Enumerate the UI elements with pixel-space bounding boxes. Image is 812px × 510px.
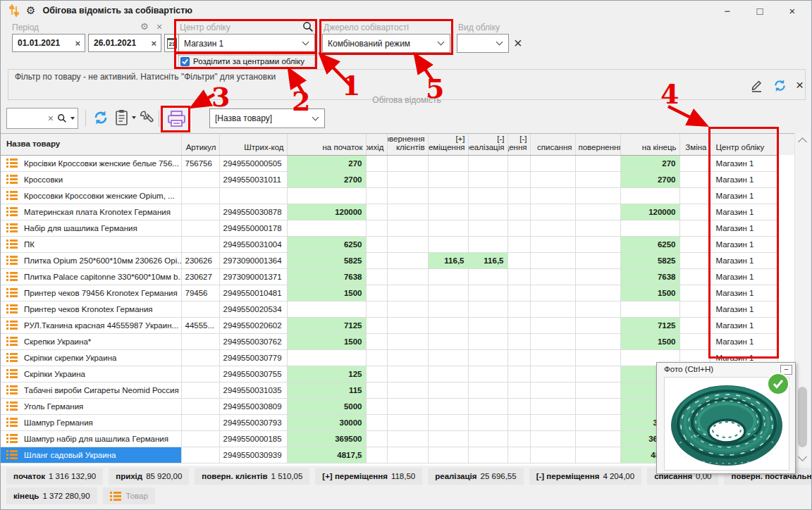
cell-barcode[interactable]: 2949550030762: [219, 333, 287, 349]
cell-prihod[interactable]: [366, 301, 387, 317]
cell-barcode[interactable]: 2949550030793: [219, 414, 287, 430]
cell-realization[interactable]: [468, 333, 508, 349]
report-clipboard-icon[interactable]: [114, 109, 130, 126]
cell-prihod[interactable]: [366, 447, 387, 463]
cell-prihod[interactable]: [366, 333, 387, 349]
object-type-button[interactable]: Товар: [103, 487, 155, 504]
cell-end[interactable]: 7638: [620, 268, 679, 285]
cell-move_plus[interactable]: [428, 285, 468, 301]
cell-writeoff[interactable]: [530, 268, 575, 285]
edit-pencil-icon[interactable]: [749, 78, 764, 93]
cell-center[interactable]: Магазин 1: [710, 301, 777, 317]
cell-return_clients[interactable]: [387, 220, 428, 236]
cell-writeoff[interactable]: [530, 317, 575, 333]
cell-realization[interactable]: [468, 268, 508, 285]
cell-start[interactable]: [287, 349, 366, 366]
cell-article[interactable]: [181, 349, 219, 366]
cell-change[interactable]: [679, 236, 710, 252]
table-row[interactable]: Кроссовки294955003101127002700Магазин 1: [1, 171, 794, 187]
cell-move_minus[interactable]: [508, 349, 530, 366]
cell-return_clients[interactable]: [387, 187, 428, 204]
cell-move_plus[interactable]: [428, 220, 468, 236]
search-icon[interactable]: [302, 21, 314, 32]
column-header-realization[interactable]: [-]реалізація: [468, 134, 508, 155]
cell-end[interactable]: [620, 187, 679, 204]
cell-barcode[interactable]: 2949550030939: [219, 447, 287, 463]
split-by-center-checkbox[interactable]: Розділити за центрами обліку: [178, 55, 315, 68]
cell-writeoff[interactable]: [530, 155, 575, 171]
cell-end[interactable]: 5825: [620, 252, 679, 268]
cell-prihod[interactable]: [366, 252, 387, 268]
cell-move_minus[interactable]: [508, 236, 530, 252]
cell-barcode[interactable]: 2949550030809: [219, 398, 287, 414]
cell-name[interactable]: Материнская плата Kronotex Германия: [1, 204, 181, 220]
cell-article[interactable]: 44555...: [181, 317, 219, 333]
cell-change[interactable]: [679, 220, 710, 236]
cell-writeoff[interactable]: [530, 204, 575, 220]
cell-end[interactable]: 6250: [620, 236, 679, 252]
clear-filters-icon[interactable]: ×: [514, 35, 522, 51]
cell-return_clients[interactable]: [387, 447, 428, 463]
cell-change[interactable]: [679, 301, 710, 317]
cell-realization[interactable]: [468, 382, 508, 398]
cell-writeoff[interactable]: [530, 171, 575, 187]
cell-realization[interactable]: [468, 220, 508, 236]
cell-return_suppliers[interactable]: [575, 155, 620, 171]
cell-writeoff[interactable]: [530, 382, 575, 398]
cell-move_minus[interactable]: [508, 317, 530, 333]
cell-realization[interactable]: [468, 301, 508, 317]
column-header-change[interactable]: Зміна: [679, 134, 710, 155]
cell-barcode[interactable]: 2949550010481: [219, 285, 287, 301]
cell-start[interactable]: [287, 301, 366, 317]
column-header-name[interactable]: Назва товару: [1, 134, 181, 155]
cell-barcode[interactable]: 2949550031011: [219, 171, 287, 187]
cell-move_plus[interactable]: [428, 204, 468, 220]
cell-article[interactable]: 230626: [181, 252, 219, 268]
column-header-article[interactable]: Артикул: [181, 134, 219, 155]
table-row[interactable]: Кроссовки Кроссовки женские Opium, ...Ма…: [1, 187, 794, 204]
cell-name[interactable]: Шампур набір для шашлика Германия: [1, 430, 181, 447]
cell-center[interactable]: Магазин 1: [710, 204, 777, 220]
cell-prihod[interactable]: [366, 220, 387, 236]
cell-realization[interactable]: [468, 204, 508, 220]
column-header-move_plus[interactable]: [+]переміщення: [428, 134, 468, 155]
cell-start[interactable]: 1500: [287, 333, 366, 349]
cell-return_suppliers[interactable]: [575, 366, 620, 382]
cell-return_clients[interactable]: [387, 252, 428, 268]
cell-move_minus[interactable]: [508, 171, 530, 187]
cell-start[interactable]: 125: [287, 366, 366, 382]
cell-start[interactable]: [287, 220, 366, 236]
cell-article[interactable]: [181, 220, 219, 236]
period-settings-gear-icon[interactable]: ⚙: [140, 21, 149, 32]
cell-barcode[interactable]: 2949550020602: [219, 317, 287, 333]
cell-move_plus[interactable]: [428, 268, 468, 285]
cell-barcode[interactable]: 2949550030755: [219, 366, 287, 382]
cell-writeoff[interactable]: [530, 301, 575, 317]
cell-change[interactable]: [679, 155, 710, 171]
cell-name[interactable]: ПК: [1, 236, 181, 252]
cell-move_minus[interactable]: [508, 204, 530, 220]
cell-return_clients[interactable]: [387, 317, 428, 333]
report-dropdown-icon[interactable]: [132, 116, 136, 119]
cell-return_clients[interactable]: [387, 301, 428, 317]
cell-article[interactable]: [181, 414, 219, 430]
cell-realization[interactable]: [468, 398, 508, 414]
cell-realization[interactable]: [468, 187, 508, 204]
cell-return_clients[interactable]: [387, 204, 428, 220]
cell-move_minus[interactable]: [508, 155, 530, 171]
maximize-button[interactable]: □: [744, 1, 776, 20]
column-header-end[interactable]: на кінець: [620, 134, 679, 155]
cell-move_minus[interactable]: [508, 398, 530, 414]
column-header-barcode[interactable]: Штрих-код: [219, 134, 287, 155]
cell-writeoff[interactable]: [530, 349, 575, 366]
cell-return_clients[interactable]: [387, 398, 428, 414]
refresh-icon[interactable]: [92, 109, 109, 126]
cell-barcode[interactable]: 2973090001364: [219, 252, 287, 268]
cell-realization[interactable]: [468, 366, 508, 382]
group-by-combo[interactable]: [Назва товару]: [209, 108, 325, 128]
cell-realization[interactable]: 116,5: [468, 252, 508, 268]
cell-move_minus[interactable]: [508, 430, 530, 447]
column-header-return_clients[interactable]: поверненняклієнтів: [387, 134, 428, 155]
cell-start[interactable]: 7638: [287, 268, 366, 285]
cell-move_minus[interactable]: [508, 366, 530, 382]
